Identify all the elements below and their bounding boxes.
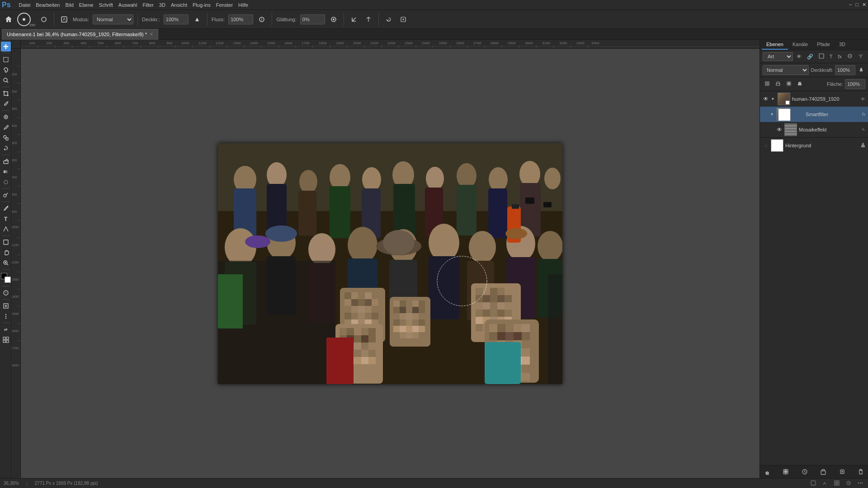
gradient-tool[interactable]: [1, 167, 11, 177]
hintergrund-vis[interactable]: ○: [763, 142, 769, 149]
quick-mask-tool[interactable]: [1, 288, 11, 298]
path-select-tool[interactable]: [1, 224, 11, 234]
fill-input[interactable]: 100%: [845, 79, 865, 89]
add-group-btn[interactable]: [819, 467, 828, 476]
history-brush-tool[interactable]: [1, 143, 11, 153]
healing-brush-tool[interactable]: [1, 112, 11, 122]
menu-fenster[interactable]: Fenster: [216, 2, 233, 8]
layer-item-mosaikeffekt[interactable]: 👁 Mosaikeffekt ✎: [760, 122, 868, 137]
dodge-tool[interactable]: [1, 190, 11, 200]
zoom-tool[interactable]: [1, 258, 11, 268]
clone-stamp-tool[interactable]: [1, 133, 11, 143]
tab-pfade[interactable]: Pfade: [812, 40, 835, 50]
lock-all-btn[interactable]: [795, 80, 804, 88]
extra-tools[interactable]: [1, 311, 11, 321]
tab-3d[interactable]: 3D: [835, 40, 850, 50]
layer-item-hintergrund[interactable]: ○ Hintergrund: [760, 138, 868, 153]
arrange-windows[interactable]: [1, 335, 11, 345]
mosaikeffekt-vis[interactable]: 👁: [776, 127, 783, 133]
add-style-btn[interactable]: fx: [763, 467, 772, 476]
lock-position-btn[interactable]: [774, 80, 783, 88]
pen-tool[interactable]: [1, 203, 11, 213]
add-layer-btn[interactable]: [838, 467, 847, 476]
brush-preset-picker[interactable]: [38, 14, 50, 25]
window-restore[interactable]: □: [855, 2, 859, 8]
status-more-btn[interactable]: [856, 480, 864, 487]
angle-btn[interactable]: [348, 14, 360, 25]
symmetry-btn[interactable]: [363, 14, 374, 25]
brush-mode-toggle[interactable]: [58, 14, 70, 25]
layer-visibility-eye-right[interactable]: 👁: [861, 97, 865, 102]
shape-tool[interactable]: [1, 237, 11, 247]
canvas-wrapper[interactable]: [21, 49, 760, 478]
layer-kind-filter[interactable]: Art: [763, 52, 793, 61]
move-tool[interactable]: [1, 42, 11, 52]
tab-ebenen[interactable]: Ebenen: [762, 40, 788, 50]
menu-filter[interactable]: Filter: [142, 2, 153, 8]
home-button[interactable]: [3, 14, 14, 25]
smoothing-options[interactable]: [328, 14, 340, 25]
layer-pixel-filter[interactable]: [817, 52, 826, 61]
opacity-input[interactable]: 100%: [835, 65, 855, 75]
layer-link-filter[interactable]: 🔗: [805, 53, 815, 61]
document-tab[interactable]: Unbenannt-1 bei 36,4% (human-740259_1920…: [2, 29, 158, 40]
layer-smart-filter[interactable]: [845, 52, 854, 61]
lock-pixel-btn[interactable]: [763, 80, 772, 88]
layer-fx-filter[interactable]: fx: [836, 53, 844, 60]
blend-mode-select[interactable]: Normal Auflösen Abdunkeln Multiplizieren: [763, 65, 809, 75]
canvas-image[interactable]: [218, 143, 562, 384]
layer-text-filter[interactable]: T: [828, 53, 835, 60]
menu-datei[interactable]: Datei: [19, 2, 31, 8]
mosaikeffekt-edit-icon[interactable]: ✎: [862, 127, 865, 132]
brush-tool[interactable]: [1, 122, 11, 132]
smartfilter-expand[interactable]: ▼: [770, 112, 774, 117]
swap-colors[interactable]: ⇄: [1, 324, 11, 334]
menu-hilfe[interactable]: Hilfe: [238, 2, 248, 8]
glaettung-input[interactable]: 0%: [300, 14, 325, 24]
menu-auswahl[interactable]: Auswahl: [118, 2, 137, 8]
menu-bearbeiten[interactable]: Bearbeiten: [36, 2, 60, 8]
eraser-tool[interactable]: [1, 156, 11, 166]
menu-ebene[interactable]: Ebene: [79, 2, 94, 8]
window-close[interactable]: ✕: [862, 2, 866, 8]
screen-mode-tool[interactable]: [1, 301, 11, 311]
menu-schrift[interactable]: Schrift: [99, 2, 113, 8]
layer-item-human[interactable]: 👁 ▼ human-740259_1920 👁: [760, 91, 868, 107]
quick-select-tool[interactable]: [1, 75, 11, 85]
eyedropper-tool[interactable]: [1, 99, 11, 109]
window-minimize[interactable]: −: [849, 2, 852, 8]
deckkraft-input[interactable]: 100%: [164, 14, 189, 24]
add-adjustment-btn[interactable]: [800, 467, 809, 476]
mixer-btn[interactable]: [397, 14, 409, 25]
history-btn[interactable]: [383, 14, 395, 25]
menu-logo[interactable]: Ps: [2, 1, 11, 9]
status-tool-btn[interactable]: [821, 480, 829, 487]
selection-tool[interactable]: [1, 55, 11, 65]
color-boxes[interactable]: [1, 273, 11, 283]
text-tool[interactable]: T: [1, 214, 11, 224]
modus-dropdown[interactable]: Normal Auflösen Abdunkeln Multiplizieren: [93, 14, 133, 24]
tab-close-btn[interactable]: ✕: [150, 32, 153, 37]
menu-plugins[interactable]: Plug-ins: [193, 2, 211, 8]
layer-expand-human[interactable]: ▼: [771, 97, 775, 101]
layer-item-smartfilter[interactable]: ▼ Smartfilter fx: [760, 107, 868, 122]
lock-artboard-btn[interactable]: [784, 80, 793, 88]
delete-layer-btn[interactable]: [856, 467, 865, 476]
add-mask-btn[interactable]: [781, 467, 790, 476]
layer-visibility-human[interactable]: 👁: [763, 96, 769, 102]
status-correction-btn[interactable]: [809, 480, 817, 487]
crop-tool[interactable]: [1, 89, 11, 99]
menu-ansicht[interactable]: Ansicht: [171, 2, 187, 8]
status-arrange-btn[interactable]: [833, 480, 841, 487]
status-history-btn[interactable]: [844, 480, 853, 487]
menu-bild[interactable]: Bild: [65, 2, 73, 8]
opacity-lock-btn[interactable]: [857, 66, 865, 74]
lasso-tool[interactable]: [1, 65, 11, 75]
layer-filter-toggle[interactable]: [856, 52, 865, 61]
tab-kanaele[interactable]: Kanäle: [788, 40, 812, 50]
menu-3d[interactable]: 3D: [159, 2, 165, 8]
hand-tool[interactable]: [1, 248, 11, 258]
tablet-pressure-opacity[interactable]: [191, 14, 203, 25]
canvas-area[interactable]: 100 200 300 400 500 600 700 800 900 1000…: [12, 40, 760, 478]
tablet-pressure-flow[interactable]: [256, 14, 268, 25]
